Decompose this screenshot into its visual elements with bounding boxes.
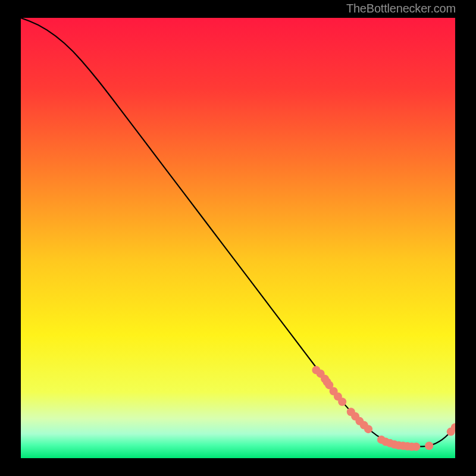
data-marker bbox=[425, 441, 433, 450]
data-marker bbox=[338, 397, 346, 406]
chart-frame: TheBottlenecker.com bbox=[0, 0, 476, 476]
data-marker bbox=[412, 443, 420, 451]
data-marker bbox=[364, 425, 372, 433]
plot-background bbox=[21, 18, 455, 458]
attribution-text: TheBottlenecker.com bbox=[346, 2, 456, 15]
bottleneck-plot bbox=[21, 18, 455, 458]
